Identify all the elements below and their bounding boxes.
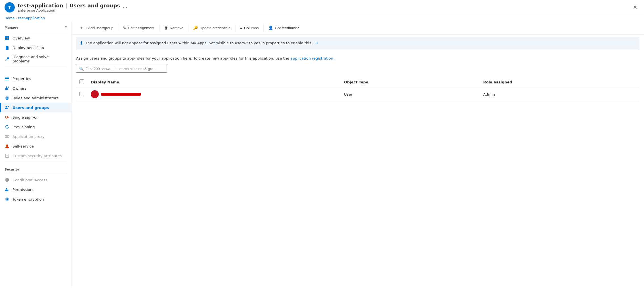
remove-button[interactable]: 🗑 Remove [161,24,187,32]
toolbar: ＋ + Add user/group ✎ Edit assignment 🗑 R… [72,21,644,35]
svg-rect-0 [5,36,7,38]
search-input[interactable] [85,67,164,71]
proxy-icon [5,134,10,139]
sidebar-manage-sub [0,68,71,74]
sidebar-item-label: Permissions [12,188,34,192]
columns-icon: ≡ [240,26,242,30]
toolbar-sep-5 [263,24,264,31]
breadcrumb-current: test-application [18,16,45,20]
content-description: Assign users and groups to app-roles for… [76,56,639,60]
toolbar-sep-1 [118,24,118,31]
sidebar-item-label: Owners [12,86,26,91]
more-options-button[interactable]: ··· [123,5,127,10]
svg-rect-2 [5,38,7,40]
sidebar-item-label: Conditional Access [12,178,47,182]
doc-icon [5,45,10,50]
sidebar-item-users-groups[interactable]: Users and groups [0,103,71,112]
svg-rect-6 [5,80,9,80]
top-bar: T test-application | Users and groups En… [0,0,644,15]
display-name-cell [87,87,341,101]
sidebar-item-label: Application proxy [12,134,45,139]
svg-point-7 [6,87,7,88]
svg-point-12 [5,116,8,118]
sidebar-divider-top [5,32,67,32]
sidebar-security-label: Security [0,163,71,173]
toolbar-sep-4 [235,24,236,31]
app-registration-link[interactable]: application registration [290,56,333,60]
svg-point-16 [6,188,7,190]
sidebar-item-permissions[interactable]: Permissions [0,185,71,194]
object-type-header[interactable]: Object Type [341,77,480,87]
sidebar-item-sso[interactable]: Single sign-on [0,112,71,122]
sidebar-item-label: Token encryption [12,197,44,201]
shield-lock-icon [5,197,10,202]
svg-point-9 [7,97,8,98]
info-arrow[interactable]: → [315,41,318,45]
sidebar-collapse-button[interactable]: « [62,22,70,30]
sidebar-item-overview[interactable]: Overview [0,33,71,43]
app-subtitle: Enterprise Application [18,9,120,12]
key-toolbar-icon: 🔑 [193,26,198,30]
main-layout: « Manage Overview Deployment Plan Diagno… [0,21,644,287]
svg-rect-4 [5,77,9,77]
page-heading: test-application | Users and groups [18,3,120,9]
sidebar-item-conditional-access: Conditional Access [0,175,71,185]
info-banner: ℹ The application will not appear for as… [76,37,639,49]
sidebar-item-roles-admins[interactable]: Roles and administrators [0,93,71,103]
credentials-label: Update credentials [200,26,230,30]
grid-icon [5,35,10,41]
sidebar-divider-security2 [5,174,67,174]
role-assigned-header[interactable]: Role assigned [480,77,639,87]
sidebar-item-diagnose[interactable]: Diagnose and solve problems [0,52,71,66]
lock-tag-icon [5,153,10,158]
sidebar-item-deployment-plan[interactable]: Deployment Plan [0,43,71,52]
content-area: Assign users and groups to app-roles for… [72,52,644,106]
shield-people-icon [5,95,10,100]
add-user-group-button[interactable]: ＋ + Add user/group [76,24,117,32]
sidebar-item-label: Properties [12,77,31,81]
row-checkbox-cell [76,87,87,101]
sidebar-item-label: Users and groups [12,106,49,110]
wrench-icon [5,56,10,62]
toolbar-sep-2 [159,24,160,31]
sidebar-manage-label: Manage [0,21,71,31]
page-title: Users and groups [70,3,120,9]
trash-icon: 🗑 [164,26,168,30]
select-all-checkbox[interactable] [79,79,84,84]
key-icon [5,115,10,120]
svg-rect-3 [7,38,9,40]
people-check-icon [5,187,10,192]
svg-rect-1 [7,36,9,38]
sidebar-item-label: Provisioning [12,125,35,129]
sidebar-item-provisioning[interactable]: Provisioning [0,122,71,132]
feedback-button[interactable]: 👤 Got feedback? [265,24,303,32]
feedback-label: Got feedback? [275,26,299,30]
shield-icon [5,177,10,182]
breadcrumb-home[interactable]: Home [5,16,14,20]
add-label: + Add user/group [85,26,113,30]
sidebar-item-label: Overview [12,36,30,40]
columns-button[interactable]: ≡ Columns [237,24,262,32]
table-row[interactable]: User Admin [76,87,639,101]
select-all-header [76,77,87,87]
sidebar-item-owners[interactable]: Owners [0,83,71,93]
sidebar-item-self-service[interactable]: Self-service [0,141,71,151]
svg-point-11 [8,106,9,107]
sidebar-item-label: Self-service [12,144,34,148]
people-icon [5,86,10,91]
sidebar-item-token-encryption[interactable]: Token encryption [0,194,71,204]
sidebar-item-custom-security: Custom security attributes [0,151,71,161]
update-credentials-button[interactable]: 🔑 Update credentials [190,24,234,32]
display-name-header[interactable]: Display Name [87,77,341,87]
row-checkbox[interactable] [79,92,84,96]
remove-label: Remove [170,26,183,30]
self-icon [5,144,10,149]
close-button[interactable]: ✕ [630,3,639,12]
desc-text: Assign users and groups to app-roles for… [76,56,289,60]
edit-label: Edit assignment [128,26,154,30]
breadcrumb: Home › test-application [0,15,644,21]
sidebar-item-properties[interactable]: Properties [0,74,71,83]
edit-assignment-button[interactable]: ✎ Edit assignment [119,24,158,32]
svg-point-8 [8,87,9,88]
info-text: The application will not appear for assi… [85,41,318,45]
